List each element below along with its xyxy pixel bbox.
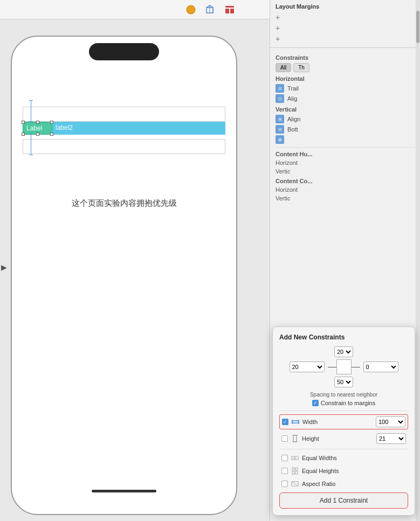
canvas-area: ▶ Label — [0, 19, 270, 521]
spacing-top-select[interactable]: 20 — [334, 346, 353, 357]
phone-notch — [89, 43, 159, 60]
label1-text: Label — [26, 124, 42, 132]
label2: label2 — [52, 122, 225, 135]
width-value-select[interactable]: 100 — [376, 416, 405, 427]
height-checkbox[interactable] — [281, 435, 288, 442]
horizontal-label: Horizontal — [276, 75, 415, 82]
ch-vert-label: Vertic — [276, 168, 291, 175]
panel-plus-row2: + — [276, 24, 415, 32]
spacing-top-row: 20 — [334, 346, 353, 357]
plus-btn-2[interactable]: + — [276, 24, 280, 32]
label2-text: label2 — [56, 124, 73, 131]
line-left — [328, 367, 336, 367]
svg-line-21 — [292, 482, 298, 486]
phone-frame: Label label2 这个页面实验内容拥抱优先级 — [11, 36, 237, 515]
circle-icon[interactable] — [185, 4, 196, 15]
tab-row: All Th — [276, 63, 415, 72]
spacing-middle-row: 20 0 — [290, 359, 398, 374]
width-checkbox[interactable]: ✓ — [282, 419, 288, 425]
constraint-extra: ⊠ — [276, 135, 415, 144]
cc-vert-label: Vertic — [276, 195, 291, 202]
spacing-right-select[interactable]: 0 — [363, 362, 398, 372]
width-row: ✓ Width 100 — [279, 414, 408, 429]
cc-horiz: Horizont — [276, 186, 415, 193]
vertical-label: Vertical — [276, 106, 415, 113]
aspect-ratio-checkbox[interactable] — [281, 481, 288, 487]
svg-rect-10 — [293, 435, 297, 442]
width-icon — [292, 418, 299, 426]
constraint-valign: ⊞ Align — [276, 115, 415, 123]
equal-widths-icon: = — [291, 454, 299, 462]
svg-rect-18 — [292, 471, 294, 474]
handle-bl[interactable] — [22, 133, 25, 136]
content-compression-title: Content Co... — [276, 178, 415, 184]
scrollbar-thumb[interactable] — [416, 11, 419, 43]
aspect-ratio-icon — [291, 480, 299, 488]
text-field-top — [23, 107, 225, 122]
svg-rect-14 — [295, 456, 298, 460]
constrain-margins-checkbox[interactable]: ✓ — [312, 400, 319, 406]
width-label: Width — [302, 419, 373, 425]
text-field-bottom — [23, 139, 225, 154]
add-constraint-button[interactable]: Add 1 Constraint — [279, 492, 408, 509]
constraints-title: Constraints — [276, 54, 415, 61]
bott-icon: ⊟ — [276, 125, 284, 134]
equal-heights-label: Equal Heights — [302, 468, 406, 474]
ch-vert: Vertic — [276, 168, 415, 175]
aspect-ratio-label: Aspect Ratio — [302, 481, 406, 487]
svg-rect-16 — [292, 468, 294, 470]
tab-th[interactable]: Th — [293, 63, 309, 72]
constraint-trail: ⊟ Trail — [276, 84, 415, 93]
layout-icon[interactable] — [224, 4, 235, 15]
svg-point-0 — [187, 5, 195, 14]
constraints-popup: Add New Constraints 20 20 0 50 — [272, 327, 415, 516]
spacing-bottom-row: 50 — [334, 377, 353, 387]
content-hugging-title: Content Hu... — [276, 151, 415, 157]
label1: Label — [23, 122, 52, 135]
tab-all[interactable]: All — [276, 63, 291, 72]
left-arrow-indicator: ▶ — [1, 263, 7, 272]
handle-tm[interactable] — [36, 121, 39, 124]
spacing-left-select[interactable]: 20 — [290, 362, 325, 372]
equal-heights-checkbox[interactable] — [281, 468, 288, 474]
equal-heights-icon — [291, 467, 299, 475]
ch-horiz: Horizont — [276, 159, 415, 166]
plus-btn-1[interactable]: + — [276, 13, 280, 22]
plus-btn-3[interactable]: + — [276, 34, 280, 43]
constrain-margins-row: ✓ Constrain to margins — [279, 400, 408, 406]
height-icon — [291, 435, 299, 442]
cc-vert: Vertic — [276, 195, 415, 202]
aspect-ratio-row: Aspect Ratio — [279, 478, 408, 489]
handle-tl[interactable] — [22, 121, 25, 124]
svg-text:=: = — [293, 457, 294, 460]
valign-label: Align — [287, 116, 300, 122]
height-label: Height — [302, 435, 373, 442]
equal-heights-row: Equal Heights — [279, 466, 408, 476]
cube-icon[interactable] — [205, 4, 216, 15]
trail-label: Trail — [287, 85, 299, 92]
bott-label: Bott — [287, 126, 298, 133]
handle-br[interactable] — [50, 133, 53, 136]
popup-divider2 — [279, 449, 408, 449]
extra-icon: ⊠ — [276, 135, 284, 144]
handle-tr[interactable] — [50, 121, 53, 124]
ch-horiz-label: Horizont — [276, 159, 298, 166]
constraint-arrow-bottom — [31, 134, 31, 155]
popup-divider — [279, 411, 408, 411]
svg-rect-17 — [295, 468, 298, 470]
popup-title: Add New Constraints — [279, 334, 408, 341]
divider1 — [276, 147, 415, 148]
scrollbar-track — [416, 0, 420, 521]
height-value-select[interactable]: 21 — [376, 433, 406, 444]
constrain-margins-label: Constrain to margins — [321, 400, 376, 406]
align-label: Alig — [287, 95, 297, 102]
equal-widths-checkbox[interactable] — [281, 455, 288, 461]
equal-widths-label: Equal Widths — [302, 455, 406, 461]
panel-plus-row: + — [276, 13, 415, 22]
spacing-bottom-select[interactable]: 50 — [334, 377, 353, 387]
label-row: Label label2 — [23, 122, 225, 135]
handle-bm[interactable] — [36, 133, 39, 136]
cc-horiz-label: Horizont — [276, 186, 298, 193]
spacing-diagram: 20 20 0 50 — [279, 346, 408, 387]
svg-rect-4 — [225, 6, 234, 8]
